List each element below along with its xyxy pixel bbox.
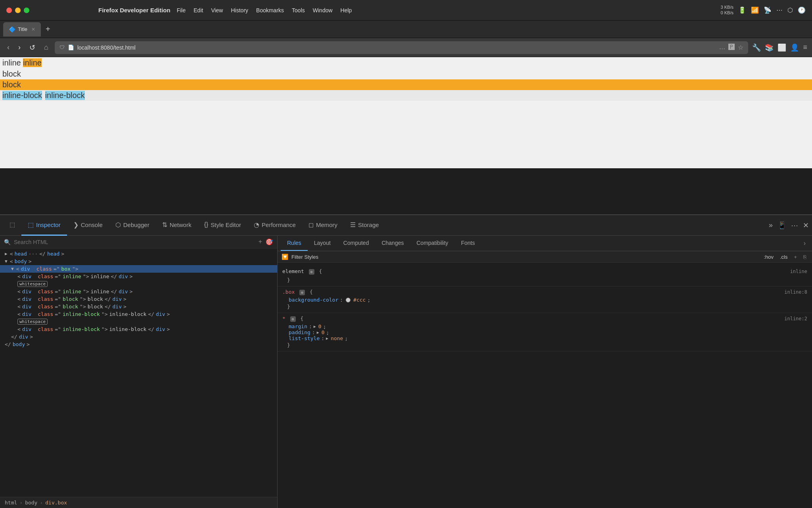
tree-body[interactable]: ▼ <body> [0, 258, 277, 265]
collapse-body-icon[interactable]: ▼ [5, 259, 8, 264]
devtools-overflow-icon[interactable]: » [769, 221, 773, 229]
subtab-rules[interactable]: Rules [281, 236, 308, 251]
pick-node-icon[interactable]: 🎯 [265, 238, 273, 246]
account-icon[interactable]: 👤 [790, 43, 799, 52]
padding-expand-icon[interactable]: ▶ [317, 330, 319, 335]
nav-right: 🔧 📚 ⬜ 👤 ≡ [752, 43, 807, 52]
html-search-input[interactable] [14, 239, 255, 245]
menu-window[interactable]: Window [313, 7, 333, 13]
subtab-compatibility[interactable]: Compatibility [410, 236, 454, 251]
menu-icon[interactable]: ≡ [803, 43, 807, 52]
tree-div-block-2[interactable]: <div class="block">block</div> [0, 303, 277, 310]
minimize-button[interactable] [15, 8, 21, 13]
css-prop-bgcolor-value[interactable]: #ccc [353, 297, 366, 303]
tree-div-inlineblock-2[interactable]: <div class="inline-block">inline-block</… [0, 325, 277, 333]
color-swatch-ccc[interactable] [346, 298, 350, 302]
collapse-icon[interactable]: ▶ [5, 251, 8, 256]
subtab-computed[interactable]: Computed [337, 236, 375, 251]
devtools-pick-element[interactable]: ⬚ [3, 215, 21, 236]
tab-style-editor[interactable]: {} Style Editor [198, 215, 247, 236]
collapse-divbox-icon[interactable]: ▼ [11, 266, 14, 271]
breadcrumb-divbox[interactable]: div.box [45, 500, 67, 506]
tree-head[interactable]: ▶ <head···</head> [0, 250, 277, 258]
add-node-icon[interactable]: + [259, 238, 262, 246]
menu-bookmarks[interactable]: Bookmarks [256, 7, 284, 13]
subtab-fonts[interactable]: Fonts [455, 236, 481, 251]
url-bar[interactable]: 🛡 📄 localhost:8080/test.html … 🅿 ☆ [55, 41, 749, 54]
tab-bar: 🔷 Title ✕ + [0, 21, 812, 38]
menu-tools[interactable]: Tools [292, 7, 305, 13]
css-selector-element: element [282, 268, 304, 274]
pocket-icon[interactable]: 🅿 [728, 44, 735, 51]
tab-debugger[interactable]: ⬡ Debugger [109, 215, 156, 236]
tab-storage[interactable]: ☰ Storage [344, 215, 385, 236]
console-icon: ❯ [73, 221, 79, 229]
subtab-layout[interactable]: Layout [308, 236, 337, 251]
airdrop-icon: 📡 [764, 6, 772, 14]
tab-title: Title [18, 26, 27, 32]
library-icon[interactable]: 📚 [765, 43, 774, 52]
tab-memory[interactable]: ◻ Memory [302, 215, 344, 236]
filter-cls[interactable]: .cls [778, 254, 789, 260]
tab-network[interactable]: ⇅ Network [156, 215, 198, 236]
css-prop-liststyle-value[interactable]: none [331, 335, 343, 341]
css-selector-universal[interactable]: * [282, 316, 285, 321]
breadcrumb-html[interactable]: html [5, 500, 17, 506]
reload-button[interactable]: ↺ [27, 42, 38, 54]
tree-div-block-1[interactable]: <div class="block">block</div> [0, 295, 277, 303]
element-settings-icon[interactable]: ⚙ [309, 269, 314, 275]
tree-div-box[interactable]: ▼ <div class="box"> [0, 265, 277, 273]
home-button[interactable]: ⌂ [42, 42, 51, 53]
css-prop-padding-value[interactable]: 0 [322, 329, 325, 335]
tree-whitespace-2[interactable]: whitespace [0, 318, 277, 325]
box-settings-icon[interactable]: ⚙ [299, 290, 305, 295]
tree-div-inline-1[interactable]: <div class="inline">inline</div> [0, 273, 277, 280]
bookmark-icon[interactable]: ☆ [738, 44, 743, 51]
css-subtabs-more-icon[interactable]: › [801, 237, 809, 250]
maximize-button[interactable] [24, 8, 29, 13]
css-add-rule-icon[interactable]: + [792, 254, 799, 260]
tab-close-button[interactable]: ✕ [31, 27, 35, 32]
css-copy-rule-icon[interactable]: ⎘ [802, 254, 808, 260]
menu-history[interactable]: History [231, 7, 248, 13]
css-prop-padding-name[interactable]: padding [289, 329, 310, 335]
css-prop-bgcolor-name[interactable]: background-color [289, 297, 338, 303]
forward-button[interactable]: › [16, 42, 23, 53]
css-prop-margin-value[interactable]: 0 [318, 323, 322, 329]
tab-performance[interactable]: ◔ Performance [247, 215, 302, 236]
menu-file[interactable]: File [177, 7, 186, 13]
tab-console[interactable]: ❯ Console [67, 215, 109, 236]
css-panel: Rules Layout Computed Changes Compatibil… [278, 236, 812, 508]
inspector-label: Inspector [36, 221, 61, 228]
filter-styles-text[interactable]: Filter Styles [291, 254, 759, 260]
url-more-icon[interactable]: … [719, 44, 725, 51]
browser-tab-active[interactable]: 🔷 Title ✕ [3, 22, 41, 37]
devtools-settings-icon[interactable]: ⋯ [791, 221, 798, 230]
new-tab-button[interactable]: + [42, 23, 54, 35]
devtools-icon[interactable]: 🔧 [752, 43, 761, 52]
subtab-changes[interactable]: Changes [375, 236, 410, 251]
css-prop-margin-name[interactable]: margin [289, 323, 307, 329]
tab-inspector[interactable]: ⬚ Inspector [21, 215, 67, 236]
menu-edit[interactable]: Edit [193, 7, 203, 13]
synced-tabs-icon[interactable]: ⬜ [778, 43, 786, 52]
tree-whitespace-1[interactable]: whitespace [0, 280, 277, 288]
breadcrumb-body[interactable]: body [25, 500, 37, 506]
menu-help[interactable]: Help [341, 7, 352, 13]
liststyle-expand-icon[interactable]: ▶ [326, 336, 328, 341]
back-button[interactable]: ‹ [5, 42, 12, 53]
tree-div-inlineblock-1[interactable]: <div class="inline-block">inline-block</… [0, 310, 277, 318]
close-button[interactable] [6, 8, 12, 13]
devtools-responsive-icon[interactable]: 📱 [778, 221, 786, 230]
css-prop-margin: margin : ▶ 0 ; [282, 323, 807, 329]
filter-hov[interactable]: :hov [762, 254, 775, 260]
menu-view[interactable]: View [211, 7, 223, 13]
margin-expand-icon[interactable]: ▶ [314, 324, 316, 329]
tree-div-inline-2[interactable]: <div class="inline">inline</div> [0, 288, 277, 295]
inline-block-row: inline-block inline-block [0, 90, 812, 101]
css-prop-liststyle-name[interactable]: list-style [289, 335, 320, 341]
universal-settings-icon[interactable]: ⚙ [290, 316, 296, 322]
css-selector-box[interactable]: .box [282, 289, 295, 295]
style-editor-icon: {} [204, 221, 209, 228]
devtools-close-icon[interactable]: ✕ [803, 221, 809, 230]
